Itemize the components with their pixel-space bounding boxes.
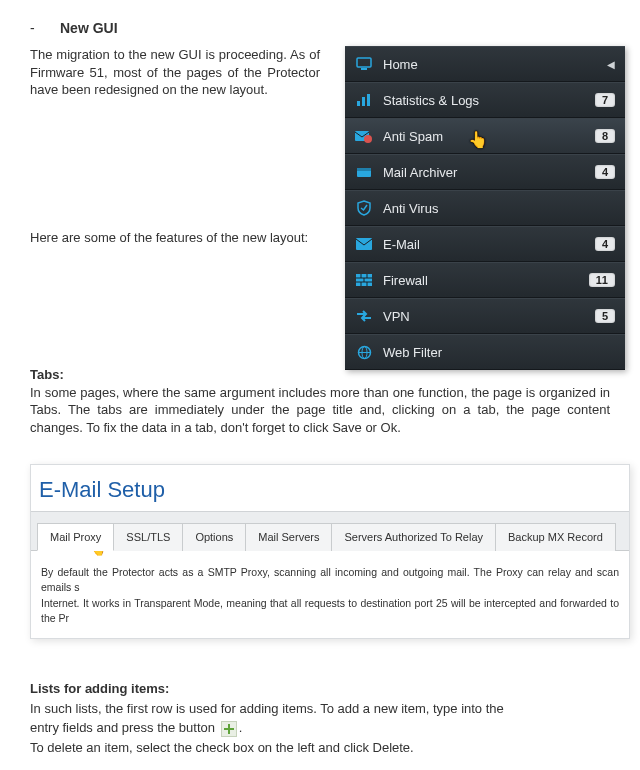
intro-paragraph: The migration to the new GUI is proceedi… bbox=[30, 46, 320, 99]
sidemenu-item-label: Anti Spam bbox=[383, 129, 443, 144]
sidemenu-item-label: VPN bbox=[383, 309, 410, 324]
lists-line2b: . bbox=[239, 720, 243, 735]
lists-line1: In such lists, the first row is used for… bbox=[30, 701, 504, 716]
tab-mail-servers[interactable]: Mail Servers bbox=[245, 523, 332, 551]
sidemenu-item-firewall[interactable]: Firewall11 bbox=[345, 262, 625, 298]
tabs-section: Tabs: In some pages, where the same argu… bbox=[30, 366, 610, 436]
sidemenu-item-anti-virus[interactable]: Anti Virus bbox=[345, 190, 625, 226]
lists-section: Lists for adding items: In such lists, t… bbox=[30, 679, 610, 757]
tab-ssl-tls[interactable]: SSL/TLS bbox=[113, 523, 183, 551]
envelope-x-icon bbox=[355, 129, 373, 143]
sidemenu-item-anti-spam[interactable]: Anti Spam8 bbox=[345, 118, 625, 154]
count-badge: 11 bbox=[589, 273, 615, 287]
envelope-icon bbox=[355, 237, 373, 251]
add-icon[interactable] bbox=[221, 721, 237, 737]
email-body-line2: Internet. It works in Transparent Mode, … bbox=[41, 597, 619, 624]
tab-backup-mx-record[interactable]: Backup MX Record bbox=[495, 523, 616, 551]
inbox-icon bbox=[355, 165, 373, 179]
svg-rect-1 bbox=[361, 68, 367, 70]
sidemenu-item-home[interactable]: Home◀ bbox=[345, 46, 625, 82]
tab-servers-authorized-to-relay[interactable]: Servers Authorized To Relay bbox=[331, 523, 496, 551]
lists-section-title: Lists for adding items: bbox=[30, 681, 169, 696]
sidemenu-item-label: Firewall bbox=[383, 273, 428, 288]
count-badge: 8 bbox=[595, 129, 615, 143]
sidemenu-item-e-mail[interactable]: E-Mail4 bbox=[345, 226, 625, 262]
count-badge: 4 bbox=[595, 165, 615, 179]
features-intro: Here are some of the features of the new… bbox=[30, 229, 320, 247]
bars-icon bbox=[355, 93, 373, 107]
svg-point-6 bbox=[364, 135, 372, 143]
sidemenu-item-vpn[interactable]: VPN5 bbox=[345, 298, 625, 334]
sidemenu-item-label: Statistics & Logs bbox=[383, 93, 479, 108]
section-heading-row: - New GUI bbox=[30, 20, 610, 36]
shield-icon bbox=[355, 201, 373, 215]
email-setup-title: E-Mail Setup bbox=[31, 465, 629, 505]
email-tab-body: By default the Protector acts as a SMTP … bbox=[31, 551, 629, 638]
svg-rect-3 bbox=[362, 97, 365, 106]
count-badge: 5 bbox=[595, 309, 615, 323]
svg-rect-0 bbox=[357, 58, 371, 67]
svg-rect-9 bbox=[356, 238, 372, 250]
sidemenu-item-label: E-Mail bbox=[383, 237, 420, 252]
count-badge: 7 bbox=[595, 93, 615, 107]
brick-icon bbox=[355, 273, 373, 287]
tab-options[interactable]: Options bbox=[182, 523, 246, 551]
tabs-section-body: In some pages, where the same argument i… bbox=[30, 385, 610, 435]
email-tabstrip: Mail ProxySSL/TLSOptionsMail ServersServ… bbox=[31, 512, 629, 551]
monitor-icon bbox=[355, 57, 373, 71]
email-body-line1: By default the Protector acts as a SMTP … bbox=[41, 566, 619, 593]
sidemenu-item-mail-archiver[interactable]: Mail Archiver4 bbox=[345, 154, 625, 190]
sidemenu-item-web-filter[interactable]: Web Filter bbox=[345, 334, 625, 370]
lock-swap-icon bbox=[355, 309, 373, 323]
sidemenu-item-label: Web Filter bbox=[383, 345, 442, 360]
section-heading: New GUI bbox=[60, 20, 118, 36]
sidemenu-item-label: Mail Archiver bbox=[383, 165, 457, 180]
count-badge: 4 bbox=[595, 237, 615, 251]
bullet-dash: - bbox=[30, 20, 60, 36]
sidemenu-item-statistics-logs[interactable]: Statistics & Logs7 bbox=[345, 82, 625, 118]
globe-icon bbox=[355, 345, 373, 359]
svg-rect-8 bbox=[357, 168, 371, 171]
tabs-section-title: Tabs: bbox=[30, 367, 64, 382]
lists-line2a: entry fields and press the button bbox=[30, 720, 219, 735]
sidemenu-item-label: Home bbox=[383, 57, 418, 72]
tab-mail-proxy[interactable]: Mail Proxy bbox=[37, 523, 114, 551]
lists-line3: To delete an item, select the check box … bbox=[30, 740, 414, 755]
svg-rect-2 bbox=[357, 101, 360, 106]
email-setup-panel: E-Mail Setup Mail ProxySSL/TLSOptionsMai… bbox=[30, 464, 630, 639]
sidemenu: Home◀Statistics & Logs7Anti Spam8Mail Ar… bbox=[345, 46, 625, 370]
svg-rect-4 bbox=[367, 94, 370, 106]
caret-left-icon: ◀ bbox=[607, 59, 615, 70]
sidemenu-item-label: Anti Virus bbox=[383, 201, 438, 216]
